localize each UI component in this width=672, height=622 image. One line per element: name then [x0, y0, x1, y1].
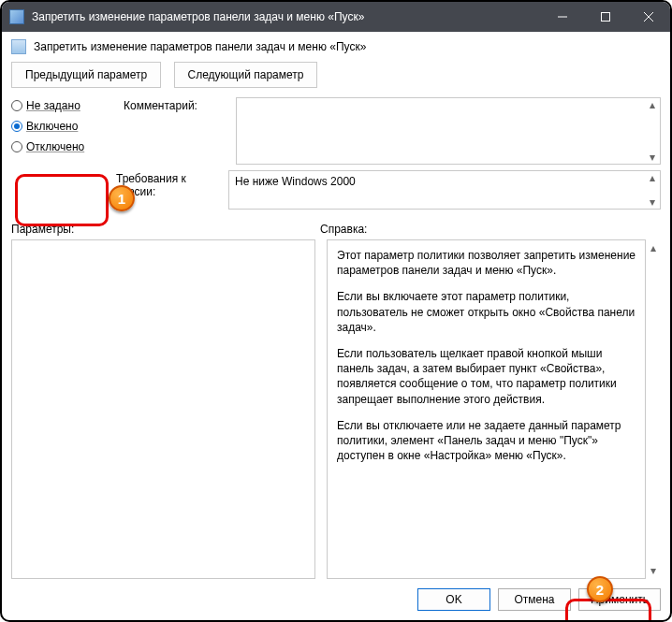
requirements-label: Требования к версии:	[116, 170, 228, 198]
scroll-down-icon[interactable]: ▾	[645, 195, 660, 209]
close-button[interactable]	[627, 2, 670, 32]
comment-label: Комментарий:	[124, 97, 236, 112]
section-labels: Параметры: Справка:	[11, 223, 661, 236]
prev-setting-button[interactable]: Предыдущий параметр	[11, 62, 161, 88]
help-label: Справка:	[320, 223, 367, 236]
parameters-box	[11, 239, 315, 579]
ok-button[interactable]: OK	[417, 588, 490, 611]
app-icon	[9, 9, 24, 24]
help-p2: Если вы включаете этот параметр политики…	[337, 289, 635, 335]
state-row: Не задано Включено Отключено Комментарий…	[11, 97, 661, 165]
scroll-up-icon[interactable]: ▴	[645, 171, 660, 184]
help-wrap: Этот параметр политики позволяет запрети…	[327, 239, 661, 579]
radio-not-configured[interactable]: Не задано	[11, 99, 124, 112]
comment-textarea[interactable]: ▴ ▾	[236, 97, 661, 165]
scroll-up-icon[interactable]: ▴	[645, 98, 660, 111]
comment-scrollbar[interactable]: ▴ ▾	[645, 98, 660, 164]
cancel-button[interactable]: Отмена	[498, 588, 571, 611]
requirements-box: Не ниже Windows 2000 ▴ ▾	[228, 170, 661, 210]
client-area: Запретить изменение параметров панели за…	[2, 32, 670, 620]
dialog-buttons: OK Отмена Применить	[11, 588, 661, 611]
nav-row: Предыдущий параметр Следующий параметр	[11, 62, 661, 88]
help-p3: Если пользователь щелкает правой кнопкой…	[337, 346, 635, 407]
help-box: Этот параметр политики позволяет запрети…	[327, 239, 646, 579]
apply-button[interactable]: Применить	[578, 588, 661, 611]
requirements-scrollbar[interactable]: ▴ ▾	[645, 171, 660, 209]
radio-enabled[interactable]: Включено	[11, 120, 124, 133]
scroll-down-icon[interactable]: ▾	[645, 151, 660, 164]
params-label: Параметры:	[11, 223, 320, 236]
scroll-up-icon[interactable]: ▴	[646, 241, 661, 254]
radio-group: Не задано Включено Отключено	[11, 97, 124, 161]
help-p4: Если вы отключаете или не задаете данный…	[337, 418, 635, 464]
policy-title: Запретить изменение параметров панели за…	[34, 40, 366, 53]
help-p1: Этот параметр политики позволяет запрети…	[337, 248, 635, 278]
svg-rect-1	[602, 13, 610, 22]
radio-disabled[interactable]: Отключено	[11, 140, 124, 153]
titlebar: Запретить изменение параметров панели за…	[2, 2, 670, 32]
help-scrollbar[interactable]: ▴ ▾	[646, 239, 661, 579]
policy-icon	[11, 39, 26, 54]
next-setting-button[interactable]: Следующий параметр	[174, 62, 318, 88]
policy-header: Запретить изменение параметров панели за…	[11, 39, 661, 54]
window-title: Запретить изменение параметров панели за…	[32, 10, 541, 23]
requirements-row: Требования к версии: Не ниже Windows 200…	[11, 170, 661, 210]
gpo-editor-window: Запретить изменение параметров панели за…	[0, 0, 672, 622]
maximize-button[interactable]	[584, 2, 627, 32]
content-row: Этот параметр политики позволяет запрети…	[11, 239, 661, 579]
requirements-value: Не ниже Windows 2000	[235, 175, 356, 188]
scroll-down-icon[interactable]: ▾	[646, 564, 661, 577]
minimize-button[interactable]	[541, 2, 584, 32]
